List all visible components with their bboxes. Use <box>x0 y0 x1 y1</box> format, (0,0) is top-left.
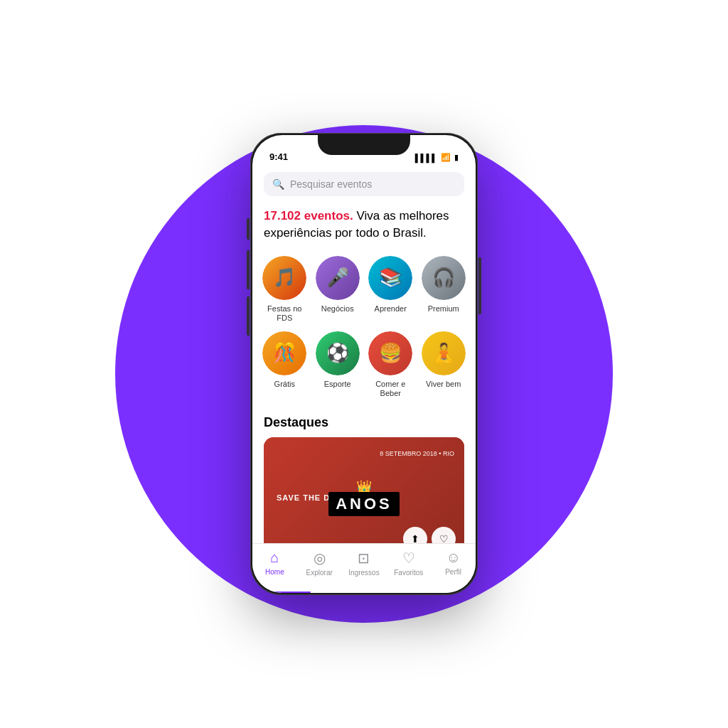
event-count: 17.102 eventos. <box>264 209 353 223</box>
bottom-nav: ⌂ Home ◎ Explorar ⊡ Ingressos ♡ Favorito… <box>252 543 476 593</box>
featured-date: 8 SETEMBRO 2018 • RIO <box>380 450 454 457</box>
category-label: Premium <box>428 304 459 314</box>
profile-icon: ☺ <box>446 550 460 566</box>
ticket-icon: ⊡ <box>358 550 370 567</box>
favorite-button[interactable]: ♡ <box>432 527 456 543</box>
category-circle-bg: 🎤 <box>316 256 360 300</box>
nav-ingressos[interactable]: ⊡ Ingressos <box>342 550 387 577</box>
category-label: Negócios <box>321 304 354 314</box>
anos-logo: ANOS <box>328 492 400 516</box>
category-circle: 🍔 <box>368 331 412 375</box>
category-circle-bg: 📚 <box>368 256 412 300</box>
volume-up-button <box>247 250 250 289</box>
category-circle-bg: 🧘 <box>422 331 466 375</box>
destaques-title: Destaques <box>252 412 476 437</box>
category-circle: 🎵 <box>262 256 306 300</box>
nav-explorar[interactable]: ◎ Explorar <box>297 550 342 577</box>
signal-icon: ▌▌▌▌ <box>415 154 437 162</box>
category-item[interactable]: 🎊Grátis <box>258 328 311 401</box>
category-label: Viver bem <box>426 380 461 389</box>
category-emoji: 🎊 <box>262 331 306 375</box>
category-circle: 🧘 <box>422 331 466 375</box>
anos-text: ANOS <box>336 495 392 513</box>
category-circle-bg: 🎵 <box>262 256 306 300</box>
phone-notch <box>318 135 410 155</box>
category-circle: 🎤 <box>316 256 360 300</box>
nav-ingressos-label: Ingressos <box>348 569 379 577</box>
battery-icon: ▮ <box>454 153 459 162</box>
category-label: Esporte <box>324 380 351 389</box>
nav-active-indicator <box>274 592 310 593</box>
home-icon: ⌂ <box>270 550 279 566</box>
search-icon: 🔍 <box>272 178 284 190</box>
power-button <box>478 257 481 314</box>
category-circle-bg: 🎊 <box>262 331 306 375</box>
category-circle: 📚 <box>368 256 412 300</box>
featured-actions: ⬆ ♡ <box>403 527 456 543</box>
hero-text: 17.102 eventos. Viva as melhores experiê… <box>252 205 476 253</box>
category-circle-bg: 🎧 <box>422 256 466 300</box>
category-circle: 🎧 <box>422 256 466 300</box>
category-item[interactable]: 🧘Viver bem <box>417 328 471 401</box>
volume-mute-button <box>247 218 250 240</box>
category-circle-bg: ⚽ <box>316 331 360 375</box>
category-emoji: 🎵 <box>262 256 306 300</box>
phone-mockup: 9:41 ▌▌▌▌ 📶 ▮ 🔍 Pesquisar eventos <box>250 133 478 595</box>
featured-logo-area: 👑 ANOS <box>328 479 400 516</box>
category-circle: ⚽ <box>316 331 360 375</box>
category-item[interactable]: 🍔Comer e Beber <box>364 328 417 401</box>
nav-favoritos-label: Favoritos <box>394 569 423 577</box>
category-emoji: 🎤 <box>316 256 360 300</box>
category-label: Comer e Beber <box>367 380 414 398</box>
category-emoji: ⚽ <box>316 331 360 375</box>
volume-down-button <box>247 296 250 336</box>
category-circle-bg: 🍔 <box>368 331 412 375</box>
screen-content[interactable]: 🔍 Pesquisar eventos 17.102 eventos. Viva… <box>252 166 476 543</box>
explore-icon: ◎ <box>314 550 326 567</box>
category-item[interactable]: ⚽Esporte <box>311 328 365 401</box>
category-item[interactable]: 🎵Festas no FDS <box>258 253 311 326</box>
search-placeholder: Pesquisar eventos <box>290 178 372 190</box>
category-item[interactable]: 🎧Premium <box>417 253 471 326</box>
category-circle: 🎊 <box>262 331 306 375</box>
category-emoji: 🍔 <box>368 331 412 375</box>
featured-card[interactable]: SAVE THE DATE 8 SETEMBRO 2018 • RIO 👑 AN… <box>264 437 464 543</box>
category-label: Festas no FDS <box>261 304 309 323</box>
category-emoji: 🧘 <box>422 331 466 375</box>
nav-home-label: Home <box>265 568 284 576</box>
wifi-icon: 📶 <box>441 153 451 162</box>
category-item[interactable]: 📚Aprender <box>364 253 417 326</box>
status-icons: ▌▌▌▌ 📶 ▮ <box>415 153 459 162</box>
status-time: 9:41 <box>269 151 288 162</box>
nav-perfil[interactable]: ☺ Perfil <box>431 550 476 576</box>
nav-favoritos[interactable]: ♡ Favoritos <box>386 550 431 577</box>
nav-explorar-label: Explorar <box>306 569 333 577</box>
category-emoji: 📚 <box>368 256 412 300</box>
categories-grid: 🎵Festas no FDS🎤Negócios📚Aprender🎧Premium… <box>252 253 476 413</box>
category-label: Grátis <box>274 380 295 389</box>
search-bar[interactable]: 🔍 Pesquisar eventos <box>264 172 464 196</box>
category-emoji: 🎧 <box>422 256 466 300</box>
category-label: Aprender <box>375 304 407 314</box>
search-bar-container: 🔍 Pesquisar eventos <box>252 166 476 205</box>
nav-perfil-label: Perfil <box>445 568 461 576</box>
heart-icon: ♡ <box>402 550 415 567</box>
nav-home[interactable]: ⌂ Home <box>252 550 297 576</box>
category-item[interactable]: 🎤Negócios <box>311 253 365 326</box>
share-button[interactable]: ⬆ <box>403 527 427 543</box>
